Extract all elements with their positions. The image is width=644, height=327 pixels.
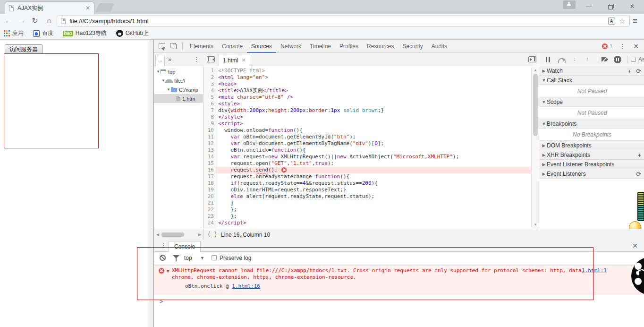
line-number[interactable]: 12 — [203, 140, 216, 147]
clear-console-icon[interactable] — [160, 255, 166, 261]
chrome-menu-icon[interactable]: ≡ — [633, 17, 637, 26]
h-scrollbar-thumb[interactable] — [161, 232, 184, 237]
toggle-drawer-icon[interactable] — [528, 56, 536, 62]
line-number[interactable]: 15 — [203, 160, 216, 167]
devtools-tab-audits[interactable]: Audits — [427, 40, 451, 53]
inspect-element-icon[interactable] — [159, 43, 165, 49]
error-badge-icon[interactable] — [602, 43, 608, 49]
devtools-tab-console[interactable]: Console — [218, 40, 247, 53]
tree-expander-icon[interactable]: ▼ — [156, 69, 161, 74]
bookmark-star-icon[interactable]: ☆ — [619, 17, 626, 25]
translate-icon[interactable]: A — [608, 17, 615, 25]
close-window-button[interactable]: ✕ — [625, 2, 639, 11]
line-number[interactable]: 17 — [203, 173, 216, 180]
more-tabs-icon[interactable]: » — [168, 56, 171, 63]
stack-source-link[interactable]: 1.html:16 — [232, 283, 260, 289]
line-number[interactable]: 19 — [203, 187, 216, 193]
step-out-icon[interactable]: ↑ — [586, 56, 589, 62]
profile-button[interactable] — [563, 0, 576, 9]
line-number[interactable]: 22 — [203, 207, 216, 213]
section-expander-icon[interactable]: ▼ — [541, 100, 547, 104]
section-expander-icon[interactable]: ▶ — [541, 143, 547, 148]
file-tree-item-top[interactable]: ▼top — [154, 67, 203, 76]
url-text[interactable]: file:///C:/xampp/htdocs/1.html — [69, 17, 608, 25]
editor-scrollbar[interactable]: ▲ ▼ — [531, 66, 539, 229]
line-number[interactable]: 21 — [203, 200, 216, 207]
line-number[interactable]: 18 — [203, 180, 216, 187]
tab-close-icon[interactable]: ✕ — [85, 5, 90, 11]
line-number[interactable]: 3 — [203, 81, 216, 87]
filter-icon[interactable] — [173, 255, 179, 261]
navigator-overflow-tab[interactable]: ... — [155, 55, 165, 66]
scroll-left-icon[interactable]: ◀ — [156, 232, 159, 237]
error-location-link[interactable]: 1.html:1 — [582, 267, 607, 274]
line-number[interactable]: 16 — [203, 167, 216, 173]
line-number[interactable]: 10 — [203, 127, 216, 134]
section-header-event-listeners[interactable]: ▶Event Listeners⟳ — [539, 169, 644, 179]
file-tree-item-file-[interactable]: ▼file:// — [154, 76, 203, 85]
device-mode-icon[interactable] — [170, 43, 177, 49]
context-caret-icon[interactable]: ▼ — [200, 256, 204, 260]
section-expander-icon[interactable]: ▶ — [541, 153, 547, 157]
console-close-icon[interactable]: ✕ — [632, 242, 638, 250]
scrollbar-thumb[interactable] — [533, 74, 538, 136]
file-tree-item-1-htm[interactable]: 1.htm — [154, 94, 203, 103]
error-count[interactable]: 1 — [610, 43, 612, 49]
forward-button[interactable]: → — [16, 15, 27, 26]
file-tree-item-c-xamp[interactable]: ▼C:/xamp — [154, 85, 203, 94]
expand-error-icon[interactable]: ▼ — [167, 268, 169, 275]
section-expander-icon[interactable]: ▶ — [541, 162, 547, 167]
devtools-tab-profiles[interactable]: Profiles — [335, 40, 363, 53]
line-number[interactable]: 9 — [203, 120, 216, 127]
section-header-call-stack[interactable]: ▼Call Stack — [539, 76, 644, 85]
line-error-icon[interactable] — [281, 167, 287, 172]
line-number[interactable]: 7 — [203, 107, 216, 114]
devtools-tab-network[interactable]: Network — [276, 40, 305, 53]
devtools-tab-elements[interactable]: Elements — [186, 40, 218, 53]
line-number[interactable]: 6 — [203, 101, 216, 107]
reload-button[interactable]: ↻ — [29, 15, 41, 26]
section-header-scope[interactable]: ▼Scope — [539, 97, 644, 107]
section-expander-icon[interactable]: ▶ — [541, 172, 547, 176]
line-number[interactable]: 1 — [203, 68, 216, 74]
devtools-tab-timeline[interactable]: Timeline — [305, 40, 335, 53]
scroll-up-icon[interactable]: ▲ — [534, 68, 537, 72]
bookmark-item[interactable]: haoHao123导航 — [63, 29, 107, 37]
scroll-down-icon[interactable]: ▼ — [534, 223, 537, 227]
home-button[interactable]: ⌂ — [43, 15, 55, 26]
bookmark-item[interactable]: 应用 — [4, 29, 24, 37]
navigator-menu-icon[interactable]: ⋮ — [194, 56, 200, 63]
editor-file-tab[interactable]: 1.html ✕ — [219, 54, 250, 66]
async-checkbox[interactable] — [631, 57, 636, 62]
section-header-xhr-breakpoints[interactable]: ▶XHR Breakpoints+ — [539, 150, 644, 160]
devtools-tab-resources[interactable]: Resources — [363, 40, 398, 53]
section-header-watch[interactable]: ▶Watch+⟳ — [539, 66, 644, 76]
line-number[interactable]: 14 — [203, 154, 216, 160]
section-expander-icon[interactable]: ▶ — [541, 69, 547, 73]
line-number[interactable]: 4 — [203, 87, 216, 94]
line-number[interactable]: 20 — [203, 193, 216, 200]
toggle-navigator-icon[interactable] — [207, 56, 215, 62]
visit-server-button[interactable]: 访问服务器 — [5, 44, 42, 54]
tree-expander-icon[interactable]: ▼ — [166, 87, 171, 92]
console-tab[interactable]: Console — [169, 241, 201, 252]
line-number[interactable]: 24 — [203, 220, 216, 226]
pretty-print-icon[interactable]: { } — [207, 231, 218, 238]
devtools-tab-sources[interactable]: Sources — [247, 40, 276, 53]
bookmark-item[interactable]: 百度 — [33, 29, 53, 37]
bookmark-item[interactable]: GitHub上 — [116, 29, 149, 37]
console-prompt[interactable]: > — [160, 298, 163, 305]
restore-button[interactable] — [603, 2, 618, 11]
pause-script-icon[interactable] — [546, 57, 550, 62]
line-number[interactable]: 5 — [203, 94, 216, 101]
section-expander-icon[interactable]: ▼ — [541, 121, 547, 126]
line-number[interactable]: 13 — [203, 147, 216, 154]
section-expander-icon[interactable]: ▼ — [541, 78, 547, 83]
section-header-dom-breakpoints[interactable]: ▶DOM Breakpoints — [539, 141, 644, 150]
devtools-tab-security[interactable]: Security — [398, 40, 427, 53]
line-number[interactable]: 2 — [203, 74, 216, 81]
refresh-icon[interactable]: ⟳ — [636, 68, 641, 74]
file-tab-close-icon[interactable]: ✕ — [242, 57, 246, 63]
refresh-icon[interactable]: ⟳ — [636, 171, 641, 177]
minimize-button[interactable]: — — [582, 2, 596, 11]
